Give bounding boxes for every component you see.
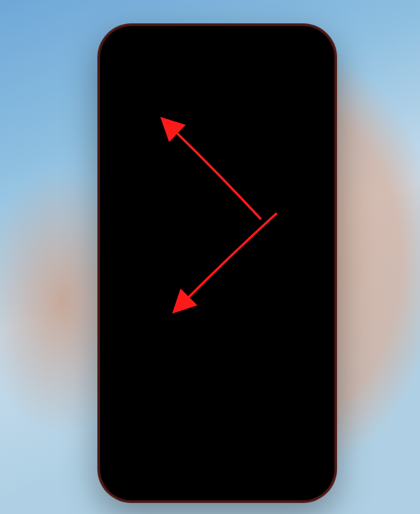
return-app-label: App Store (127, 54, 154, 60)
section-title-apps: App (107, 140, 328, 171)
home-indicator[interactable] (176, 485, 258, 488)
next-button[interactable]: 下一步 (286, 69, 319, 84)
back-label: 新自动化 (124, 69, 168, 84)
action-row-play-sound[interactable]: 播放声音 i (116, 270, 318, 303)
info-button[interactable]: i (295, 313, 310, 328)
annotation-arrow (162, 208, 285, 320)
clear-search-button[interactable] (270, 113, 282, 125)
search-icon (123, 114, 134, 125)
search-query: 播放声音 (138, 112, 266, 127)
battery-icon (299, 50, 314, 58)
speaker-icon (125, 276, 145, 297)
back-button[interactable]: 新自动化 (115, 69, 168, 84)
svg-line-1 (130, 121, 133, 124)
search-input[interactable]: 播放声音 (116, 107, 289, 132)
svg-point-0 (125, 115, 131, 121)
content-sheet: 播放声音 取消 App Watch 操作 (107, 97, 328, 493)
close-icon (273, 117, 280, 123)
status-time: 8:58 (121, 43, 154, 54)
sheet-grabber[interactable] (205, 97, 230, 100)
search-row: 播放声音 取消 (107, 107, 328, 140)
action-label: 呼叫我的 iPhone (153, 313, 286, 327)
phone-frame: 8:58 App Store 新自动化 操作 下一步 (97, 23, 337, 503)
annotation-arrow (155, 117, 271, 236)
navigation-bar: 新自动化 操作 下一步 (107, 62, 328, 92)
section-title-actions: 操作 (107, 234, 328, 267)
action-label: 播放声音 (153, 280, 286, 294)
cancel-button[interactable]: 取消 (296, 112, 318, 127)
page-title: 操作 (217, 69, 238, 84)
action-row-ping-iphone[interactable]: 呼叫我的 iPhone i (116, 303, 318, 336)
info-button[interactable]: i (295, 279, 310, 294)
action-list: 播放声音 i 呼叫我的 iPhone i (116, 270, 318, 336)
return-to-app[interactable]: App Store (121, 54, 154, 60)
signal-icon (271, 51, 282, 58)
app-item-watch[interactable]: Watch (119, 171, 167, 224)
wifi-icon (285, 50, 295, 58)
watch-icon (125, 310, 145, 330)
screen: 8:58 App Store 新自动化 操作 下一步 (107, 33, 328, 493)
notch (162, 33, 272, 51)
app-label: Watch (132, 215, 155, 224)
watch-app-icon (123, 171, 163, 210)
app-grid: Watch (107, 171, 328, 234)
